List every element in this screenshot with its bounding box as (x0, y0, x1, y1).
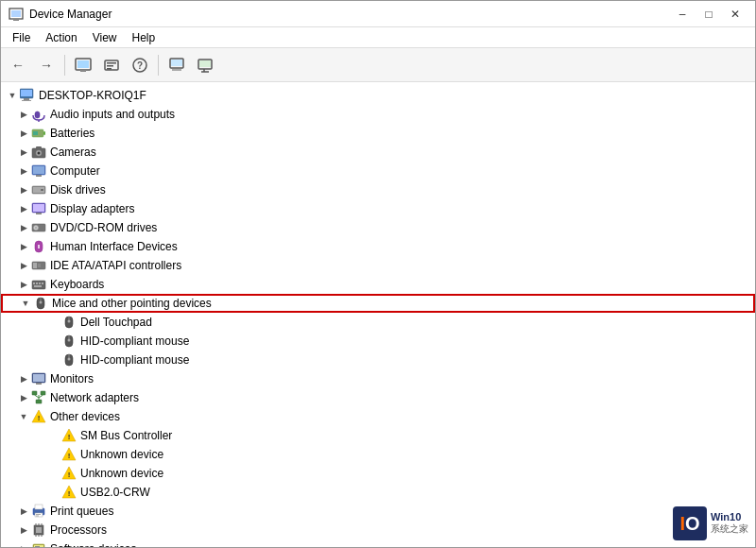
tree-item-unknown-2[interactable]: ! Unknown device (1, 464, 755, 483)
toolbar-forward-button[interactable]: → (33, 52, 60, 78)
expand-cameras[interactable]: ▶ (16, 145, 31, 160)
toolbar-back-button[interactable]: ← (5, 52, 31, 78)
svg-rect-16 (199, 60, 211, 67)
tree-item-hid[interactable]: ▶ Human Interface Devices (1, 237, 755, 256)
tree-item-cameras[interactable]: ▶ Cameras (1, 143, 755, 162)
tree-item-hid-mouse-2[interactable]: HID-compliant mouse (1, 351, 755, 369)
expand-batteries[interactable]: ▶ (16, 126, 31, 141)
expand-computer[interactable]: ▶ (16, 163, 31, 179)
tree-label-monitors: Monitors (50, 372, 94, 385)
svg-point-28 (38, 152, 41, 155)
tree-item-audio[interactable]: ▶ Audio inputs and outputs (1, 105, 755, 124)
tree-label-computer: Computer (50, 164, 100, 178)
expand-network[interactable]: ▶ (16, 390, 31, 405)
tree-item-print[interactable]: ▶ Print queues (1, 502, 755, 521)
menu-help[interactable]: Help (125, 29, 163, 46)
expand-proc[interactable]: ▶ (16, 522, 31, 538)
expand-hid[interactable]: ▶ (16, 239, 31, 254)
tree-item-dvd[interactable]: ▶ DVD/CD-ROM drives (1, 218, 755, 237)
menu-bar: File Action View Help (1, 27, 755, 48)
tree-item-proc[interactable]: ▶ Processors (1, 521, 755, 539)
svg-rect-69 (41, 391, 45, 395)
svg-rect-85 (35, 505, 43, 509)
icon-unknown-2: ! (61, 466, 77, 481)
expand-dvd[interactable]: ▶ (16, 220, 31, 235)
toolbar-computer-button[interactable] (70, 52, 96, 78)
icon-display (31, 201, 46, 216)
tree-label-hid-mouse-2: HID-compliant mouse (80, 353, 189, 367)
expand-other[interactable]: ▼ (16, 409, 31, 424)
svg-point-61 (68, 339, 71, 342)
icon-dvd (31, 220, 46, 235)
expand-hid-mouse-2 (46, 352, 61, 368)
tree-label-mice: Mice and other pointing devices (52, 297, 212, 310)
toolbar-properties-button[interactable] (98, 52, 125, 78)
expand-unknown-1 (46, 447, 61, 462)
close-button[interactable]: ✕ (723, 5, 747, 24)
expand-software[interactable]: ▶ (16, 541, 31, 547)
expand-root[interactable]: ▼ (5, 88, 20, 103)
toolbar: ← → ? (1, 48, 755, 82)
tree-item-unknown-1[interactable]: ! Unknown device (1, 445, 755, 464)
menu-action[interactable]: Action (38, 29, 84, 46)
tree-item-smbus[interactable]: ! SM Bus Controller (1, 426, 755, 445)
tree-label-disk: Disk drives (50, 183, 106, 197)
tree-item-display[interactable]: ▶ Display adapters (1, 199, 755, 218)
svg-rect-14 (172, 69, 181, 71)
tree-item-usb[interactable]: ! USB2.0-CRW (1, 483, 755, 502)
minimize-button[interactable]: – (670, 5, 695, 24)
icon-keyboard (31, 277, 46, 292)
expand-monitors[interactable]: ▶ (16, 371, 31, 386)
tree-item-monitors[interactable]: ▶ Monitors (1, 369, 755, 388)
tree-item-ide[interactable]: ▶ IDE ATA/ATAPI controllers (1, 256, 755, 275)
tree-item-dell-touchpad[interactable]: Dell Touchpad (1, 313, 755, 332)
toolbar-help-button[interactable]: ? (127, 52, 153, 78)
svg-text:!: ! (68, 433, 71, 441)
svg-rect-31 (33, 166, 44, 174)
svg-rect-88 (36, 516, 39, 517)
expand-usb (46, 485, 61, 500)
svg-rect-46 (38, 264, 41, 267)
tree-item-disk[interactable]: ▶ Disk drives (1, 180, 755, 199)
svg-text:!: ! (68, 452, 71, 460)
tree-label-smbus: SM Bus Controller (80, 429, 172, 442)
toolbar-separator-1 (64, 55, 65, 76)
toolbar-separator-2 (158, 55, 159, 76)
tree-item-computer[interactable]: ▶ Computer (1, 162, 755, 180)
expand-audio[interactable]: ▶ (16, 107, 31, 122)
expand-print[interactable]: ▶ (16, 504, 31, 519)
expand-mice[interactable]: ▼ (18, 296, 33, 311)
tree-item-mice[interactable]: ▼ Mice and other pointing devices (1, 294, 755, 313)
icon-disk (31, 182, 46, 197)
icon-comp (31, 163, 46, 179)
maximize-button[interactable]: □ (696, 5, 721, 24)
title-bar-left: Device Manager (9, 7, 112, 22)
expand-ide[interactable]: ▶ (16, 258, 31, 273)
tree-item-software[interactable]: ▶ Software devices (1, 539, 755, 547)
tree-item-root[interactable]: ▼ DESKTOP-KROIQ1F (1, 86, 755, 105)
tree-item-keyboards[interactable]: ▶ Keyboards (1, 275, 755, 294)
icon-hid (31, 239, 46, 254)
tree-item-batteries[interactable]: ▶ Batteries (1, 124, 755, 143)
tree-label-keyboards: Keyboards (50, 278, 104, 291)
tree-item-hid-mouse-1[interactable]: HID-compliant mouse (1, 332, 755, 351)
expand-keyboards[interactable]: ▶ (16, 277, 31, 292)
svg-point-55 (40, 301, 43, 304)
tree-label-hid-mouse-1: HID-compliant mouse (80, 334, 189, 348)
tree-item-other[interactable]: ▼ ! Other devices (1, 407, 755, 426)
svg-rect-35 (41, 189, 43, 191)
tree-label-unknown-1: Unknown device (80, 448, 163, 461)
device-tree[interactable]: ▼ DESKTOP-KROIQ1F ▶ (1, 82, 755, 547)
expand-display[interactable]: ▶ (16, 201, 31, 216)
tree-item-network[interactable]: ▶ Network adapters (1, 388, 755, 407)
menu-view[interactable]: View (85, 29, 125, 46)
icon-usb: ! (61, 485, 77, 500)
expand-disk[interactable]: ▶ (16, 182, 31, 197)
svg-rect-32 (36, 175, 42, 177)
toolbar-scan-button[interactable] (192, 52, 218, 78)
toolbar-update-button[interactable] (163, 52, 190, 78)
menu-file[interactable]: File (5, 29, 38, 46)
svg-text:!: ! (38, 414, 41, 422)
tree-label-proc: Processors (50, 523, 107, 537)
tree-label-other: Other devices (50, 410, 120, 423)
